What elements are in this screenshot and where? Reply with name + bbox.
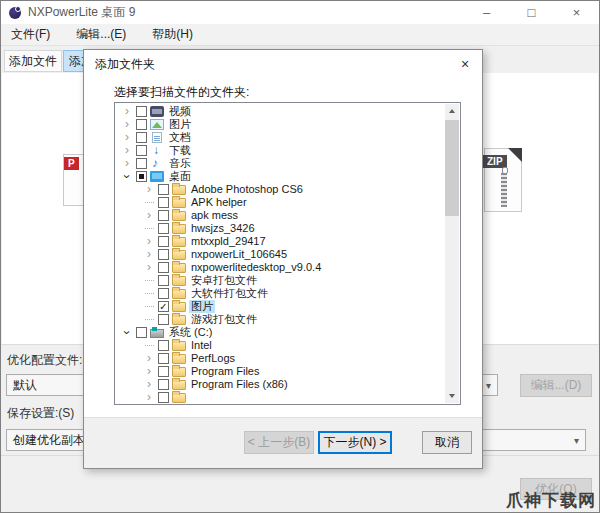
tree-item[interactable]: nxpowerLit_106645 — [115, 248, 460, 261]
chevron-down-icon[interactable] — [121, 170, 133, 183]
tree-item[interactable]: Program Files (x86) — [115, 378, 460, 391]
app-logo-icon — [9, 7, 21, 19]
tree-item[interactable]: Program Files — [115, 365, 460, 378]
chevron-down-icon[interactable] — [121, 326, 133, 339]
folder-icon — [172, 315, 186, 325]
tree-item[interactable]: Adobe Photoshop CS6 — [115, 183, 460, 196]
tree-item[interactable]: mtxxpld_29417 — [115, 235, 460, 248]
dialog-footer: < 上一步(B) 下一步(N) > 取消 — [84, 417, 482, 468]
downloads-icon — [150, 145, 164, 156]
folder-icon — [172, 263, 186, 273]
tree-connector — [143, 287, 155, 300]
zip-file-icon[interactable]: ZIP — [484, 148, 522, 212]
checkbox[interactable] — [158, 184, 169, 195]
scroll-down-icon[interactable] — [445, 389, 459, 403]
back-button[interactable]: < 上一步(B) — [244, 431, 314, 454]
chevron-right-icon[interactable] — [143, 261, 155, 274]
checkbox[interactable] — [158, 223, 169, 234]
tree-item-label: 视频 — [167, 105, 193, 118]
tree-item-label: 音乐 — [167, 157, 193, 170]
save-settings-value: 创建优化副本 — [13, 432, 85, 449]
tree-item[interactable]: 游戏打包文件 — [115, 313, 460, 326]
tree-item-label: 图片 — [189, 300, 215, 313]
tree-item[interactable] — [115, 391, 460, 404]
tree-connector — [143, 274, 155, 287]
tree-item-label: PerfLogs — [189, 352, 237, 365]
tree-item-label: Intel — [189, 339, 214, 352]
checkbox[interactable] — [136, 119, 147, 130]
add-files-tab[interactable]: 添加文件 — [4, 50, 62, 72]
dialog-title: 添加文件夹 — [95, 56, 155, 73]
tree-item[interactable]: 系统 (C:) — [115, 326, 460, 339]
tree-item[interactable]: APK helper — [115, 196, 460, 209]
tree-item-label: 游戏打包文件 — [189, 313, 259, 326]
checkbox[interactable] — [158, 249, 169, 260]
checkbox[interactable] — [158, 236, 169, 247]
chevron-right-icon[interactable] — [143, 183, 155, 196]
music-icon — [150, 158, 164, 169]
checkbox[interactable] — [136, 145, 147, 156]
checkbox[interactable] — [158, 379, 169, 390]
menu-help[interactable]: 帮助(H) — [152, 26, 193, 43]
chevron-right-icon[interactable] — [143, 391, 155, 404]
tree-item[interactable]: 下载 — [115, 144, 460, 157]
dialog-close-button[interactable]: × — [448, 50, 482, 78]
tree-item[interactable]: 视频 — [115, 105, 460, 118]
tree-item[interactable]: Intel — [115, 339, 460, 352]
tree-item-label: 桌面 — [167, 170, 193, 183]
checkbox[interactable] — [136, 327, 147, 338]
chevron-right-icon[interactable] — [121, 157, 133, 170]
tree-item[interactable]: 安卓打包文件 — [115, 274, 460, 287]
checkbox[interactable] — [158, 288, 169, 299]
checkbox[interactable] — [158, 301, 169, 312]
checkbox[interactable] — [158, 314, 169, 325]
chevron-right-icon[interactable] — [143, 209, 155, 222]
edit-profile-button[interactable]: 编辑...(D) — [520, 374, 592, 397]
tree-item[interactable]: 图片 — [115, 118, 460, 131]
checkbox[interactable] — [136, 171, 147, 182]
menu-edit[interactable]: 编辑...(E) — [76, 26, 126, 43]
checkbox[interactable] — [136, 106, 147, 117]
checkbox[interactable] — [136, 132, 147, 143]
tree-item-label: 大软件打包文件 — [189, 287, 270, 300]
close-button[interactable]: × — [554, 1, 599, 24]
scrollbar-thumb[interactable] — [445, 120, 459, 216]
checkbox[interactable] — [158, 353, 169, 364]
tree-item[interactable]: 桌面 — [115, 170, 460, 183]
tree-item[interactable]: hwsjzs_3426 — [115, 222, 460, 235]
dialog-prompt: 选择要扫描文件的文件夹: — [114, 84, 249, 101]
checkbox[interactable] — [158, 275, 169, 286]
folder-tree: 视频图片文档下载音乐桌面Adobe Photoshop CS6APK helpe… — [114, 102, 461, 405]
checkbox[interactable] — [158, 392, 169, 403]
cancel-button[interactable]: 取消 — [422, 431, 472, 454]
checkbox[interactable] — [136, 158, 147, 169]
tree-item[interactable]: PerfLogs — [115, 352, 460, 365]
menu-file[interactable]: 文件(F) — [11, 26, 50, 43]
tree-item[interactable]: nxpowerlitedesktop_v9.0.4 — [115, 261, 460, 274]
scrollbar[interactable] — [445, 104, 459, 403]
checkbox[interactable] — [158, 262, 169, 273]
next-button[interactable]: 下一步(N) > — [318, 431, 392, 454]
tree-item[interactable]: 文档 — [115, 131, 460, 144]
tree-item[interactable]: 图片 — [115, 300, 460, 313]
tree-item[interactable]: apk mess — [115, 209, 460, 222]
dialog-titlebar: 添加文件夹 × — [84, 50, 482, 78]
scroll-up-icon[interactable] — [445, 104, 459, 118]
minimize-button[interactable]: – — [464, 1, 509, 24]
maximize-button[interactable]: □ — [509, 1, 554, 24]
folder-icon — [172, 289, 186, 299]
tree-item-label: 文档 — [167, 131, 193, 144]
menubar: 文件(F) 编辑...(E) 帮助(H) — [1, 24, 599, 46]
folder-icon — [172, 237, 186, 247]
checkbox[interactable] — [158, 340, 169, 351]
checkbox[interactable] — [158, 366, 169, 377]
chevron-down-icon: ▾ — [486, 380, 491, 391]
tree-item-label: mtxxpld_29417 — [189, 235, 268, 248]
tree-item[interactable]: 大软件打包文件 — [115, 287, 460, 300]
checkbox[interactable] — [158, 197, 169, 208]
tree-item-label: nxpowerlitedesktop_v9.0.4 — [189, 261, 323, 274]
folder-icon — [172, 185, 186, 195]
tree-item[interactable]: 音乐 — [115, 157, 460, 170]
checkbox[interactable] — [158, 210, 169, 221]
folder-icon — [172, 198, 186, 208]
